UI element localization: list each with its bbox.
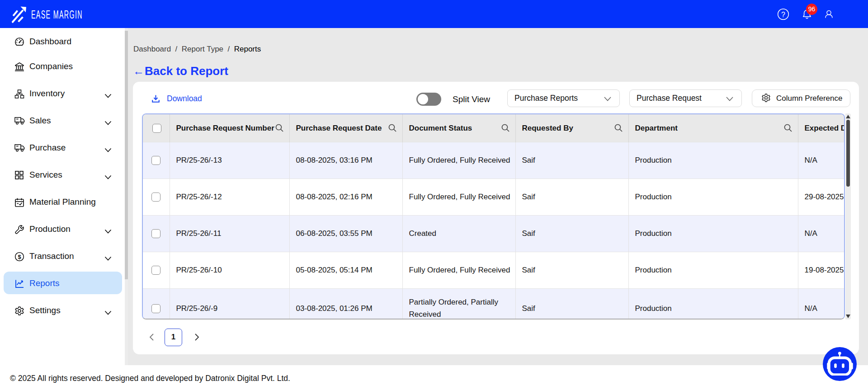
svg-text:?: ? (781, 10, 785, 18)
svg-text:$: $ (18, 254, 21, 260)
